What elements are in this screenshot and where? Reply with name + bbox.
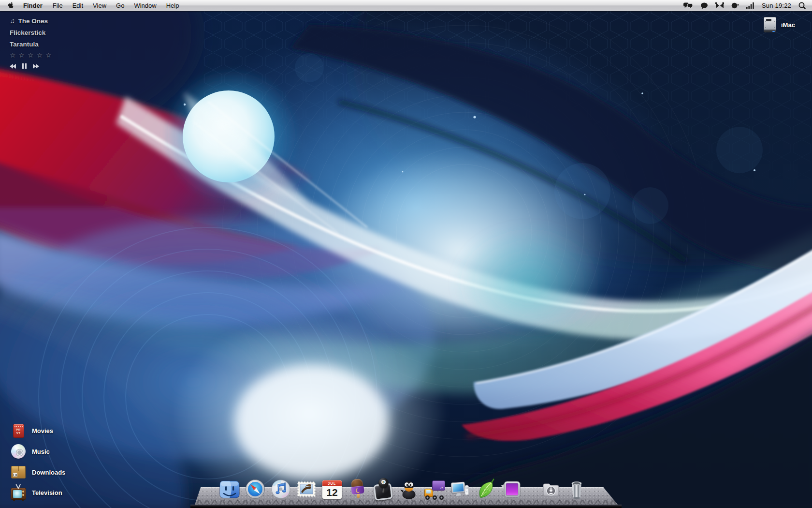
volume-label: iMac bbox=[781, 21, 795, 29]
chat-duo-icon[interactable] bbox=[683, 2, 693, 9]
dock-calendar-icon[interactable]: JUL 12 bbox=[321, 478, 343, 500]
truck-logo-text: P. bbox=[440, 486, 443, 490]
dock: JUL 12 8 P. bbox=[218, 478, 588, 500]
calendar-day: 12 bbox=[322, 486, 342, 498]
dock-finder-icon[interactable] bbox=[218, 478, 241, 500]
desktop-item-movies[interactable]: PR VT Movies bbox=[11, 423, 53, 438]
apple-menu[interactable] bbox=[5, 0, 18, 11]
bowtie-icon[interactable] bbox=[715, 2, 724, 9]
menu-item-file[interactable]: File bbox=[48, 0, 68, 11]
dock-itunes-icon[interactable] bbox=[270, 478, 292, 500]
menu-bar-left: Finder File Edit View Go Window Help bbox=[0, 0, 184, 11]
menu-item-window[interactable]: Window bbox=[129, 0, 161, 11]
dock-display-remote-icon[interactable] bbox=[449, 478, 471, 500]
music-widget: ♫ The Ones Flickerstick Tarantula ☆☆☆☆☆ bbox=[10, 15, 55, 69]
desktop-item-television[interactable]: Television bbox=[11, 485, 62, 500]
dock-trash-icon[interactable] bbox=[566, 478, 588, 500]
desktop-item-music[interactable]: Music bbox=[11, 444, 50, 459]
dock-safari-icon[interactable] bbox=[244, 478, 266, 500]
album-name: Tarantula bbox=[10, 41, 39, 48]
desktop-wallpaper bbox=[0, 0, 812, 508]
volume-imac[interactable]: iMac bbox=[764, 17, 795, 32]
album-row: Tarantula bbox=[10, 38, 55, 50]
calendar-month: JUL bbox=[322, 480, 342, 486]
retro-tv-icon bbox=[11, 485, 26, 500]
chat-bubble-icon[interactable] bbox=[700, 2, 708, 9]
dock-purple-chat-icon[interactable] bbox=[500, 478, 522, 500]
track-title: The Ones bbox=[18, 17, 48, 25]
dock-popsicle-icon[interactable] bbox=[347, 478, 369, 500]
cardboard-box-icon bbox=[11, 464, 26, 480]
dock-leaf-icon[interactable] bbox=[475, 478, 497, 500]
dock-eightball-icon[interactable]: 8 bbox=[372, 478, 394, 500]
menu-item-view[interactable]: View bbox=[88, 0, 111, 11]
rating-stars[interactable]: ☆☆☆☆☆ bbox=[10, 51, 55, 59]
desktop-item-label: Movies bbox=[32, 427, 53, 434]
dock-duck-icon[interactable] bbox=[398, 478, 420, 500]
menu-bar: Finder File Edit View Go Window Help Sun… bbox=[0, 0, 812, 11]
menu-item-edit[interactable]: Edit bbox=[68, 0, 88, 11]
menu-item-go[interactable]: Go bbox=[111, 0, 129, 11]
pause-button[interactable] bbox=[22, 63, 27, 69]
eight-ball-number: 8 bbox=[383, 480, 385, 484]
circle-dot-icon[interactable] bbox=[731, 2, 739, 9]
movie-ticket-icon: PR VT bbox=[11, 423, 26, 438]
menu-item-finder[interactable]: Finder bbox=[18, 0, 48, 11]
hard-drive-icon bbox=[764, 17, 776, 32]
dock-downloads-folder-icon[interactable] bbox=[540, 478, 562, 500]
desktop-item-label: Music bbox=[32, 448, 50, 455]
signal-bars-icon[interactable] bbox=[746, 2, 754, 9]
dock-shelf-shadow bbox=[190, 505, 622, 508]
artist-row: Flickerstick bbox=[10, 27, 55, 38]
fast-forward-button[interactable] bbox=[33, 64, 39, 69]
playback-controls bbox=[10, 63, 55, 69]
track-row: ♫ The Ones bbox=[10, 15, 55, 27]
desktop: Finder File Edit View Go Window Help Sun… bbox=[0, 0, 812, 508]
desktop-item-downloads[interactable]: Downloads bbox=[11, 464, 65, 480]
artist-name: Flickerstick bbox=[10, 29, 45, 36]
spotlight-icon[interactable] bbox=[798, 2, 806, 9]
apple-logo-icon bbox=[8, 2, 14, 9]
dock-mail-icon[interactable] bbox=[295, 478, 318, 500]
rewind-button[interactable] bbox=[10, 64, 16, 69]
dock-truck-icon[interactable]: P. bbox=[423, 478, 446, 500]
music-note-icon: ♫ bbox=[10, 17, 15, 25]
menu-clock[interactable]: Sun 19:22 bbox=[762, 2, 791, 9]
desktop-item-label: Television bbox=[32, 489, 62, 496]
menu-item-help[interactable]: Help bbox=[161, 0, 184, 11]
menu-bar-status: Sun 19:22 bbox=[683, 2, 812, 9]
desktop-item-label: Downloads bbox=[32, 469, 65, 476]
cd-disc-icon bbox=[11, 444, 26, 459]
